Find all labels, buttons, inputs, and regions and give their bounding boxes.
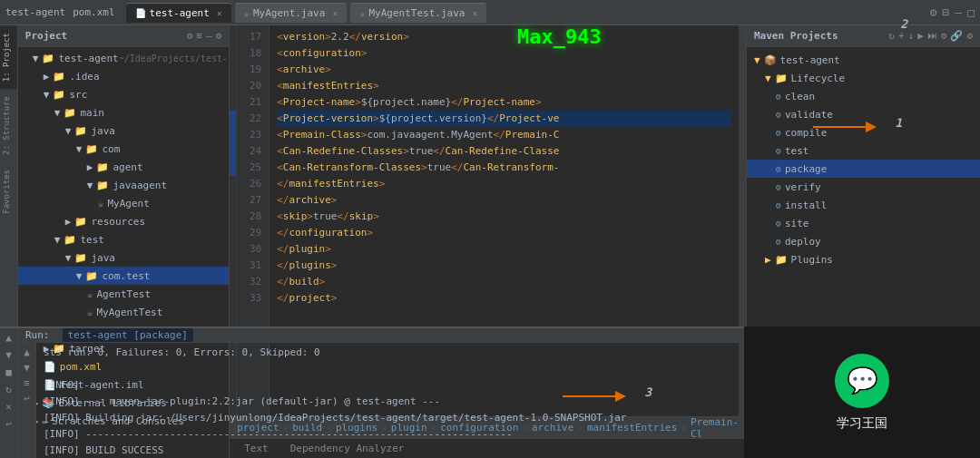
wechat-label: 学习王国 (837, 415, 887, 432)
favorites-tab-item[interactable]: Favorites (0, 162, 17, 221)
run-tag: test-agent [package] (63, 328, 193, 342)
maven-toggle-icon[interactable]: ⚙ (941, 30, 947, 42)
tab-myagent[interactable]: ☕ MyAgent.java ✕ (235, 3, 348, 23)
sidebar-header: Project ⚙ ≡ — ⚙ (18, 25, 229, 47)
sidebar-collapse-icon[interactable]: ≡ (196, 30, 202, 42)
code-line-17: <version>2.2</version> (277, 29, 731, 45)
sidebar-close-icon[interactable]: — (206, 30, 212, 42)
close-icon[interactable]: ✕ (472, 8, 477, 18)
tree-item-java[interactable]: ▼ 📁 java (18, 122, 229, 140)
code-line-27: </archive> (277, 192, 731, 209)
maven-validate[interactable]: ⚙ validate (747, 105, 980, 123)
tree-item-idea[interactable]: ▶ 📁 .idea (18, 67, 229, 85)
tree-item-test[interactable]: ▼ 📁 test (18, 230, 229, 248)
maven-skip-icon[interactable]: ⏭ (927, 30, 937, 42)
down-arrow-icon[interactable]: ▼ (5, 349, 12, 361)
run-up-icon[interactable]: ▲ (24, 346, 30, 358)
tree-item-src[interactable]: ▼ 📁 src (18, 85, 229, 103)
stop-icon[interactable]: ■ (5, 366, 12, 378)
maven-root[interactable]: ▼ 📦 test-agent (747, 51, 980, 69)
maven-site[interactable]: ⚙ site (747, 214, 980, 232)
project-tab[interactable]: 1: Project (0, 25, 17, 89)
structure-tab-item[interactable]: 2: Structure (0, 89, 17, 162)
tab-myagenttest[interactable]: ☕ MyAgentTest.java ✕ (350, 3, 486, 23)
code-line-25: <Can-Retransform-Classes>true</Can-Retra… (277, 160, 731, 176)
bottom-left-strip: ▲ ▼ ■ ↻ ✕ ↩ (0, 328, 18, 458)
maven-refresh-icon[interactable]: ↻ (888, 30, 895, 42)
maven-run-icon[interactable]: ▶ (917, 30, 924, 42)
maven-install[interactable]: ⚙ install (747, 196, 980, 214)
tree-item-main[interactable]: ▼ 📁 main (18, 103, 229, 122)
code-line-19: <archive> (277, 62, 731, 78)
maven-package[interactable]: ⚙ package (747, 160, 980, 178)
maven-link-icon[interactable]: 🔗 (950, 30, 963, 42)
tree-item-agenttest[interactable]: ☕ AgentTest (18, 285, 229, 303)
wrap-icon[interactable]: ↩ (5, 418, 12, 430)
maven-compile[interactable]: ⚙ compile (747, 123, 980, 141)
rerun-icon[interactable]: ↻ (5, 384, 12, 395)
top-bar: test-agent pom.xml 📄 test-agent ✕ ☕ MyAg… (0, 0, 980, 25)
run-down-icon[interactable]: ▼ (24, 362, 30, 374)
pom-title: pom.xml (73, 6, 122, 18)
tree-item-agent[interactable]: ▶ 📁 agent (18, 158, 229, 176)
close-icon[interactable]: ✕ (217, 8, 222, 18)
wechat-icon: 💬 (835, 354, 889, 408)
code-line-28: <skip>true</skip> (277, 209, 731, 225)
maven-add-icon[interactable]: + (898, 30, 905, 42)
tree-item-root[interactable]: ▼ 📁 test-agent ~/IdeaProjects/test- (18, 49, 229, 67)
close-icon[interactable]: ✕ (332, 8, 338, 18)
code-line-23: <Premain-Class>com.javaagent.MyAgent</Pr… (277, 127, 731, 143)
code-line-21: <Project-name>${project.name}</Project-n… (277, 94, 731, 111)
code-line-32: </build> (277, 274, 731, 290)
maven-verify[interactable]: ⚙ verify (747, 178, 980, 196)
minimize-icon[interactable]: — (955, 5, 962, 19)
close-panel-icon[interactable]: ✕ (5, 401, 12, 413)
up-arrow-icon[interactable]: ▲ (5, 332, 12, 344)
maven-clean[interactable]: ⚙ clean (747, 87, 980, 105)
tab-test-agent[interactable]: 📄 test-agent ✕ (126, 3, 231, 23)
tree-item-javaagent[interactable]: ▼ 📁 javaagent (18, 176, 229, 194)
sidebar-settings-icon[interactable]: ⚙ (187, 30, 193, 42)
settings-icon[interactable]: ⚙ (930, 5, 937, 19)
code-line-26: </manifestEntries> (277, 176, 731, 192)
tree-item-com-test[interactable]: ▼ 📁 com.test (18, 267, 229, 285)
maximize-icon[interactable]: □ (967, 5, 975, 19)
tree-item-myagent[interactable]: ☕ MyAgent (18, 194, 229, 212)
code-line-24: <Can-Redefine-Classes>true</Can-Redefine… (277, 143, 731, 160)
tree-item-test-java[interactable]: ▼ 📁 java (18, 248, 229, 267)
bottom-panel: ▲ ▼ ■ ↻ ✕ ↩ Run: test-agent [package] ⚙ … (0, 326, 980, 458)
bottom-run-controls: ▲ ▼ ≡ ↩ (18, 343, 36, 458)
maven-lifecycle-folder[interactable]: ▼ 📁 Lifecycle (747, 69, 980, 87)
sidebar-gear-icon[interactable]: ⚙ (216, 30, 222, 42)
code-line-18: <configuration> (277, 45, 731, 62)
code-line-22: <Project-version>${project.version}</Pro… (277, 111, 731, 127)
tree-item-myagenttest[interactable]: ☕ MyAgentTest (18, 303, 229, 321)
maven-download-icon[interactable]: ↓ (908, 30, 915, 42)
code-line-33: </project> (277, 290, 731, 307)
maven-deploy[interactable]: ⚙ deploy (747, 232, 980, 250)
run-wrap-icon[interactable]: ↩ (24, 393, 30, 404)
code-line-30: </plugin> (277, 241, 731, 258)
maven-header: Maven Projects ↻ + ↓ ▶ ⏭ ⚙ 🔗 ⚙ (747, 25, 980, 47)
code-line-20: <manifestEntries> (277, 78, 731, 94)
code-line-31: </plugins> (277, 258, 731, 274)
split-icon[interactable]: ⊟ (943, 5, 950, 19)
maven-plugins-folder[interactable]: ▶ 📁 Plugins (747, 250, 980, 268)
wechat-area: 💬 学习王国 (744, 326, 980, 458)
tree-item-resources[interactable]: ▶ 📁 resources (18, 212, 229, 230)
tree-item-com[interactable]: ▼ 📁 com (18, 140, 229, 158)
run-filter-icon[interactable]: ≡ (24, 377, 30, 389)
window-title: test-agent (5, 6, 69, 18)
code-line-29: </configuration> (277, 225, 731, 241)
maven-settings-icon[interactable]: ⚙ (966, 30, 973, 42)
maven-test[interactable]: ⚙ test (747, 141, 980, 160)
